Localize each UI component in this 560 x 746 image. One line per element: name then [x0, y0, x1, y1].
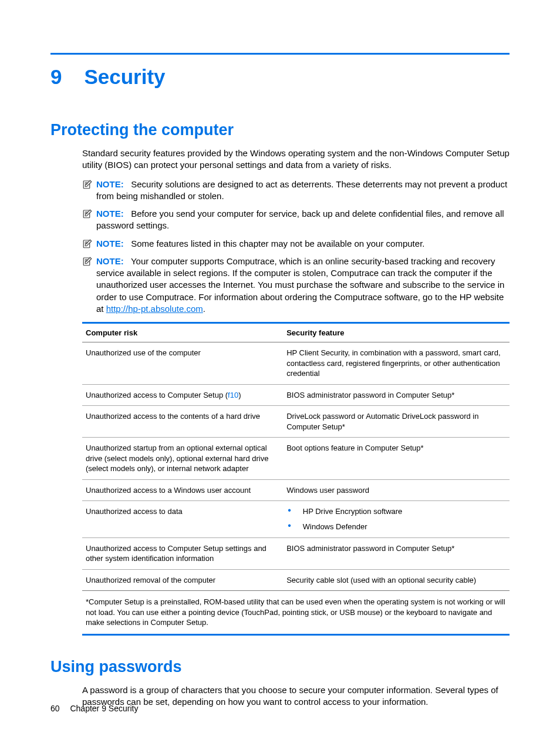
passwords-paragraph: A password is a group of characters that…	[82, 684, 510, 708]
cell-risk: Unauthorized access to the contents of a…	[82, 406, 283, 438]
bullet-icon: •	[288, 506, 291, 514]
list-item: • Windows Defender	[286, 522, 506, 532]
note-body: Some features listed in this chapter may…	[131, 238, 424, 248]
list-item: • HP Drive Encryption software	[286, 506, 506, 517]
page: 9 Security Protecting the computer Stand…	[0, 0, 560, 746]
table-row: Unauthorized use of the computer HP Clie…	[82, 342, 510, 385]
cell-feature: BIOS administrator password in Computer …	[283, 537, 510, 569]
table-row: Unauthorized access to Computer Setup se…	[82, 537, 510, 569]
note-text: NOTE: Your computer supports Computrace,…	[96, 256, 510, 315]
chapter-number: 9	[50, 65, 62, 89]
note-label: NOTE:	[96, 179, 124, 189]
note-3: NOTE: Some features listed in this chapt…	[82, 238, 510, 250]
top-rule	[50, 53, 510, 55]
table-row: Unauthorized access to data • HP Drive E…	[82, 501, 510, 537]
th-feature: Security feature	[283, 323, 510, 342]
page-number: 60	[50, 704, 60, 713]
note-label: NOTE:	[96, 238, 124, 248]
cell-risk: Unauthorized startup from an optional ex…	[82, 438, 283, 480]
bullet-icon: •	[288, 522, 291, 529]
f10-key: f10	[228, 391, 238, 399]
cell-risk: Unauthorized removal of the computer	[82, 569, 283, 591]
cell-feature-list: • HP Drive Encryption software • Windows…	[283, 501, 510, 537]
chapter-footer-label: Chapter 9 Security	[70, 704, 138, 713]
section1-content: Standard security features provided by t…	[82, 147, 510, 636]
chapter-title: Security	[84, 65, 165, 89]
table-row: Unauthorized startup from an optional ex…	[82, 438, 510, 480]
cell-risk: Unauthorized access to data	[82, 501, 283, 537]
note-1: NOTE: Security solutions are designed to…	[82, 179, 510, 203]
note-text: NOTE: Some features listed in this chapt…	[96, 238, 424, 250]
cell-feature: HP Client Security, in combination with …	[283, 342, 510, 385]
cell-feature: Windows user password	[283, 479, 510, 501]
note-label: NOTE:	[96, 209, 124, 219]
note-text: NOTE: Security solutions are designed to…	[96, 179, 510, 203]
table-row: Unauthorized access to Computer Setup (f…	[82, 384, 510, 406]
chapter-header: 9 Security	[50, 65, 510, 89]
note-body: Security solutions are designed to act a…	[96, 179, 507, 201]
note-icon	[82, 238, 93, 249]
cell-risk: Unauthorized access to Computer Setup (f…	[82, 384, 283, 406]
note-2: NOTE: Before you send your computer for …	[82, 208, 510, 232]
cell-risk: Unauthorized access to a Windows user ac…	[82, 479, 283, 501]
table-row: Unauthorized access to the contents of a…	[82, 406, 510, 438]
cell-feature: BIOS administrator password in Computer …	[283, 384, 510, 406]
cell-risk: Unauthorized access to Computer Setup se…	[82, 537, 283, 569]
th-risk: Computer risk	[82, 323, 283, 342]
table-row: Unauthorized access to a Windows user ac…	[82, 479, 510, 501]
section-heading-protecting: Protecting the computer	[50, 121, 510, 139]
section-heading-passwords: Using passwords	[50, 658, 510, 676]
cell-risk: Unauthorized use of the computer	[82, 342, 283, 385]
note-4: NOTE: Your computer supports Computrace,…	[82, 256, 510, 315]
note-icon	[82, 256, 93, 267]
intro-paragraph: Standard security features provided by t…	[82, 147, 510, 172]
section2-content: A password is a group of characters that…	[82, 684, 510, 708]
cell-feature: Boot options feature in Computer Setup*	[283, 438, 510, 480]
page-footer: 60 Chapter 9 Security	[50, 704, 138, 713]
cell-feature: DriveLock password or Automatic DriveLoc…	[283, 406, 510, 438]
note-body: Before you send your computer for servic…	[96, 209, 504, 230]
list-text: HP Drive Encryption software	[303, 506, 403, 517]
security-table: Computer risk Security feature Unauthori…	[82, 322, 510, 591]
table-footnote: *Computer Setup is a preinstalled, ROM-b…	[82, 594, 510, 636]
note-icon	[82, 209, 93, 219]
note-icon	[82, 179, 93, 190]
computrace-link[interactable]: http://hp-pt.absolute.com	[106, 304, 203, 314]
note-label: NOTE:	[96, 256, 124, 266]
note-body-post: .	[203, 304, 205, 314]
cell-feature: Security cable slot (used with an option…	[283, 569, 510, 591]
note-text: NOTE: Before you send your computer for …	[96, 208, 510, 232]
list-text: Windows Defender	[303, 522, 367, 532]
table-row: Unauthorized removal of the computer Sec…	[82, 569, 510, 591]
